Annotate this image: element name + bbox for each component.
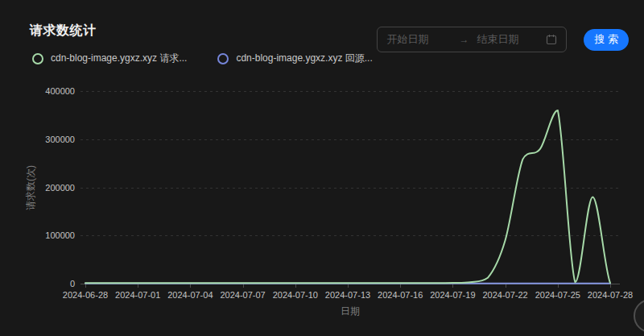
x-axis-title: 日期 [341, 305, 360, 318]
y-axis-tick-label: 400000 [45, 86, 75, 96]
x-axis-tick-label: 2024-07-13 [325, 290, 370, 300]
y-axis-tick-label: 100000 [45, 230, 75, 240]
x-axis-tick-label: 2024-07-25 [535, 290, 580, 300]
y-axis-title: 请求数(次) [24, 165, 38, 210]
x-axis-tick-label: 2024-07-16 [378, 290, 423, 300]
x-axis-tick-label: 2024-07-10 [273, 290, 318, 300]
y-axis-tick-label: 300000 [45, 135, 75, 144]
series-line-0 [85, 110, 610, 283]
y-axis-tick-label: 200000 [45, 183, 75, 193]
x-axis-tick-label: 2024-07-04 [167, 290, 213, 300]
chart-area[interactable]: 01000002000003000004000002024-06-282024-… [0, 0, 644, 336]
x-axis-tick-label: 2024-07-28 [588, 290, 633, 300]
x-axis-tick-label: 2024-07-01 [115, 290, 160, 300]
x-axis-tick-label: 2024-07-07 [220, 290, 265, 300]
chart-canvas[interactable] [0, 0, 644, 336]
x-axis-tick-label: 2024-07-22 [482, 290, 527, 300]
x-axis-tick-label: 2024-07-19 [430, 290, 475, 300]
x-axis-tick-label: 2024-06-28 [63, 290, 108, 300]
y-axis-tick-label: 0 [70, 279, 75, 288]
